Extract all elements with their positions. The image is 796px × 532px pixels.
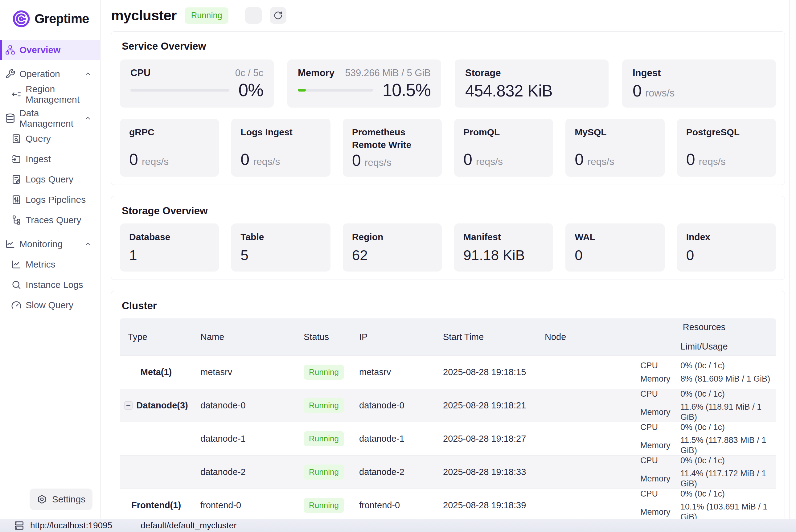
status-badge: Running bbox=[304, 398, 344, 413]
database-value: 1 bbox=[129, 247, 210, 264]
statusbar-url[interactable]: http://localhost:19095 bbox=[30, 520, 112, 530]
header-action-button[interactable] bbox=[245, 7, 262, 24]
folder-ingest-icon bbox=[11, 154, 22, 164]
page-header: mycluster Running bbox=[111, 0, 785, 24]
sidebar-item-data-management[interactable]: Data Management bbox=[0, 109, 100, 128]
table-row-metasrv[interactable]: Meta(1) metasrv Running metasrv 2025-08-… bbox=[120, 355, 776, 389]
memory-usage: 11.4% (117.172 MiB / 1 GiB) bbox=[680, 469, 776, 489]
table-row-datanode-1[interactable]: datanode-1 Running datanode-1 2025-08-28… bbox=[120, 422, 776, 455]
sidebar-item-traces-query[interactable]: Traces Query bbox=[0, 210, 100, 230]
row-type-label: Datanode(3) bbox=[136, 400, 188, 411]
sidebar-item-query[interactable]: Query bbox=[0, 129, 100, 149]
postgresql-value: 0 bbox=[686, 150, 695, 169]
row-ip: datanode-2 bbox=[351, 467, 435, 477]
sidebar-item-ingest[interactable]: Ingest bbox=[0, 149, 100, 169]
mysql-card-title: MySQL bbox=[575, 126, 655, 139]
sidebar-item-label: Traces Query bbox=[25, 215, 81, 225]
cpu-label: CPU bbox=[640, 489, 680, 499]
collapse-datanode-button[interactable] bbox=[124, 401, 133, 410]
memory-usage: 8% (81.609 MiB / 1 GiB) bbox=[680, 374, 776, 384]
logs-ingest-card: Logs Ingest 0reqs/s bbox=[231, 119, 330, 177]
sidebar-item-label: Metrics bbox=[25, 259, 56, 270]
cpu-card-detail: 0c / 5c bbox=[235, 68, 263, 79]
database-icon bbox=[5, 113, 15, 124]
table-row-frontend-0[interactable]: Frontend(1) frontend-0 Running frontend-… bbox=[120, 489, 776, 519]
column-header-ip: IP bbox=[351, 332, 435, 342]
sidebar-item-label: Logs Pipelines bbox=[25, 194, 86, 205]
memory-percent-value: 10.5% bbox=[382, 80, 431, 100]
promql-unit: reqs/s bbox=[476, 156, 503, 167]
chevron-up-icon[interactable] bbox=[84, 70, 92, 78]
row-name: datanode-1 bbox=[192, 434, 296, 444]
sliders-icon bbox=[11, 194, 22, 205]
postgresql-card: PostgreSQL 0reqs/s bbox=[677, 119, 776, 177]
refresh-icon bbox=[273, 11, 283, 20]
sidebar-item-label: Ingest bbox=[25, 154, 51, 164]
cpu-label: CPU bbox=[640, 389, 680, 399]
chevron-up-icon[interactable] bbox=[84, 241, 92, 248]
grpc-card: gRPC 0reqs/s bbox=[120, 119, 219, 177]
sidebar-item-label: Instance Logs bbox=[25, 280, 83, 290]
prometheus-remote-write-value: 0 bbox=[352, 151, 361, 170]
storage-card: Storage 454.832 KiB bbox=[455, 59, 609, 108]
storage-overview-panel: Storage Overview Database 1 Table 5 Regi… bbox=[111, 196, 785, 280]
sidebar-item-region-management[interactable]: Region Management bbox=[0, 84, 100, 104]
memory-card-title: Memory bbox=[298, 68, 335, 79]
table-row-datanode-0[interactable]: Datanode(3) datanode-0 Running datanode-… bbox=[120, 389, 776, 422]
row-resources: CPU 0% (0c / 1c) Memory 11.5% (117.883 M… bbox=[632, 422, 776, 455]
statusbar-database[interactable]: default/default_mycluster bbox=[140, 520, 236, 530]
sidebar-item-monitoring[interactable]: Monitoring bbox=[0, 234, 100, 254]
tree-icon bbox=[11, 215, 22, 225]
sidebar-item-instance-logs[interactable]: Instance Logs bbox=[0, 275, 100, 294]
row-start-time: 2025-08-28 19:18:33 bbox=[435, 467, 537, 477]
greptime-logo-icon bbox=[12, 10, 30, 28]
storage-value: 454.832 KiB bbox=[465, 81, 552, 100]
mysql-card: MySQL 0reqs/s bbox=[565, 119, 664, 177]
postgresql-card-title: PostgreSQL bbox=[686, 126, 767, 139]
refresh-button[interactable] bbox=[270, 7, 286, 24]
manifest-card-title: Manifest bbox=[463, 231, 544, 244]
column-header-status: Status bbox=[296, 332, 351, 342]
row-ip: datanode-1 bbox=[351, 434, 435, 444]
row-resources: CPU 0% (0c / 1c) Memory 10.1% (103.691 M… bbox=[632, 489, 776, 519]
cpu-card: CPU 0c / 5c 0% bbox=[120, 59, 274, 108]
cpu-label: CPU bbox=[640, 361, 680, 370]
sidebar-item-label: Region Management bbox=[25, 84, 100, 105]
mysql-unit: reqs/s bbox=[587, 156, 614, 167]
sidebar-item-slow-query[interactable]: Slow Query bbox=[0, 295, 100, 315]
status-badge: Running bbox=[304, 431, 344, 446]
index-card-title: Index bbox=[686, 231, 767, 244]
sidebar-item-overview[interactable]: Overview bbox=[0, 40, 100, 60]
table-row-datanode-2[interactable]: datanode-2 Running datanode-2 2025-08-28… bbox=[120, 455, 776, 489]
sidebar-item-logs-pipelines[interactable]: Logs Pipelines bbox=[0, 190, 100, 210]
chevron-up-icon[interactable] bbox=[84, 115, 92, 122]
sidebar-item-logs-query[interactable]: Logs Query bbox=[0, 170, 100, 189]
sidebar-item-label: Overview bbox=[19, 45, 60, 55]
resources-group-label: Resources bbox=[683, 322, 726, 332]
row-resources: CPU 0% (0c / 1c) Memory 11.4% (117.172 M… bbox=[632, 456, 776, 489]
cpu-label: CPU bbox=[640, 456, 680, 466]
brand-logo[interactable]: Greptime bbox=[0, 0, 100, 30]
sidebar-item-operation[interactable]: Operation bbox=[0, 64, 100, 84]
gauge-icon bbox=[11, 300, 22, 310]
service-overview-title: Service Overview bbox=[122, 40, 776, 52]
scrollbar-gutter[interactable] bbox=[789, 0, 796, 519]
protocol-cards-row: gRPC 0reqs/s Logs Ingest 0reqs/s Prometh… bbox=[120, 119, 776, 177]
page-title: mycluster bbox=[111, 7, 177, 24]
cpu-percent-value: 0% bbox=[239, 80, 263, 100]
row-start-time: 2025-08-28 19:18:15 bbox=[435, 367, 537, 377]
cpu-usage: 0% (0c / 1c) bbox=[680, 489, 776, 499]
cpu-card-title: CPU bbox=[130, 68, 150, 79]
chart-line-icon bbox=[11, 259, 22, 270]
sidebar: Greptime Overview Operation bbox=[0, 0, 100, 519]
sidebar-item-metrics[interactable]: Metrics bbox=[0, 254, 100, 274]
row-type-label: Meta(1) bbox=[140, 367, 172, 377]
settings-button[interactable]: Settings bbox=[30, 489, 93, 510]
manifest-value: 91.18 KiB bbox=[463, 247, 544, 264]
search-icon bbox=[11, 280, 22, 290]
prometheus-remote-write-title: Prometheus Remote Write bbox=[352, 126, 433, 151]
cpu-usage: 0% (0c / 1c) bbox=[680, 422, 776, 432]
row-type-label: Frontend(1) bbox=[131, 500, 181, 510]
status-badge: Running bbox=[304, 498, 344, 513]
column-header-type: Type bbox=[120, 332, 192, 342]
